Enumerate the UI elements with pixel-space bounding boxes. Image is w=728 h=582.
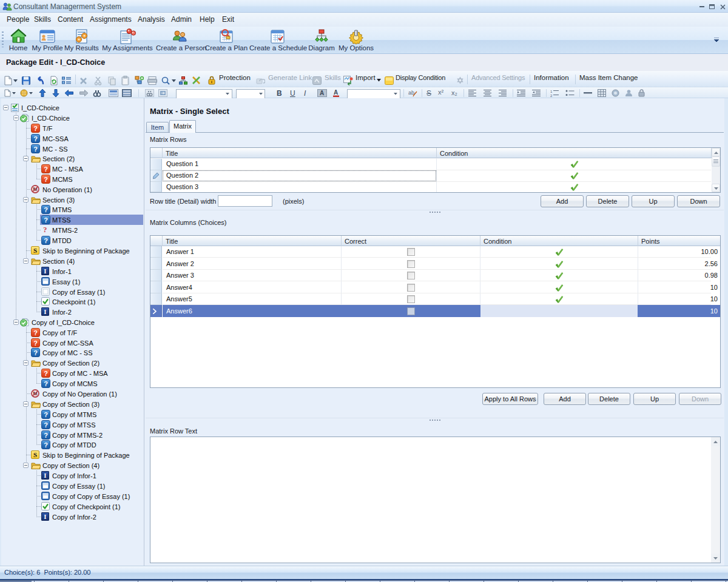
svg-text:ab: ab xyxy=(408,90,414,96)
svg-text:1: 1 xyxy=(550,90,553,93)
svg-text:2: 2 xyxy=(550,94,553,97)
svg-text:A: A xyxy=(334,89,338,96)
svg-text:A: A xyxy=(320,90,324,96)
